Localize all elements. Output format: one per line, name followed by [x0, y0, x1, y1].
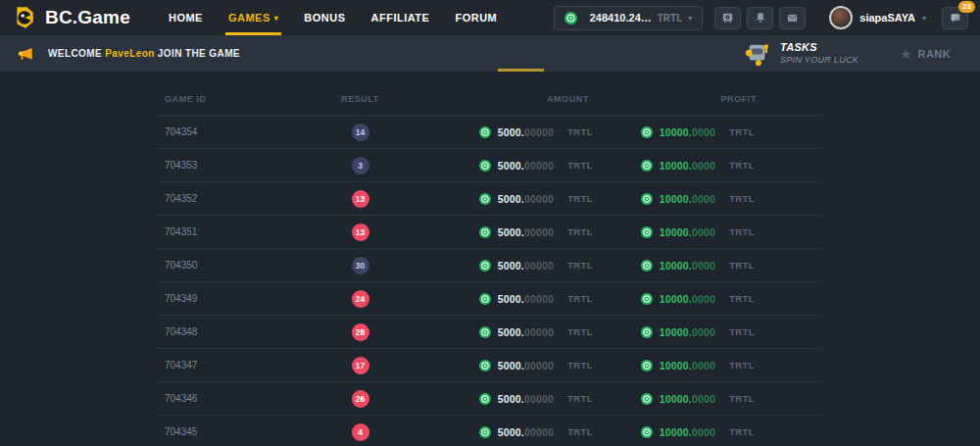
game-id-cell: 704346 — [157, 393, 314, 404]
main-menu: HOME GAMES ▾ BONUS AFFILIATE FORUM — [156, 0, 510, 35]
top-navbar: BC.Game HOME GAMES ▾ BONUS AFFILIATE FOR… — [0, 0, 980, 35]
bcgame-logo-icon — [12, 5, 37, 30]
amount-fraction: 00000 — [524, 193, 554, 205]
coin-icon — [479, 193, 491, 205]
username: siapaSAYA — [859, 12, 915, 24]
profit-fraction: 0000 — [692, 126, 715, 138]
profit-cell: 10000.0000 TRTL — [603, 426, 821, 438]
chat-icon — [949, 12, 962, 25]
profit-fraction: 0000 — [692, 193, 715, 205]
amount-currency: TRTL — [567, 260, 593, 271]
profit-currency: TRTL — [729, 193, 755, 204]
profit-currency: TRTL — [729, 326, 755, 337]
table-body: 704354 14 5000.00000 TRTL 10000.0000 TRT… — [157, 115, 821, 446]
profit-currency: TRTL — [729, 293, 755, 304]
table-header-row: GAME ID RESULT AMOUNT PROFIT — [157, 83, 821, 115]
table-row[interactable]: 704350 30 5000.00000 TRTL 10000.0000 TRT… — [157, 248, 821, 281]
coin-icon — [641, 326, 653, 338]
notifications-button[interactable] — [747, 7, 773, 29]
game-id-cell: 704347 — [157, 360, 314, 371]
nav-affiliate[interactable]: AFFILIATE — [359, 0, 443, 35]
table-row[interactable]: 704353 3 5000.00000 TRTL 10000.0000 TRTL — [157, 148, 821, 181]
nav-games-label: GAMES — [228, 12, 270, 24]
chat-unread-badge: 23 — [958, 1, 975, 13]
table-row[interactable]: 704348 28 5000.00000 TRTL 10000.0000 TRT… — [157, 315, 821, 348]
coin-icon — [641, 360, 653, 372]
table-row[interactable]: 704346 26 5000.00000 TRTL 10000.0000 TRT… — [157, 381, 821, 415]
coin-icon — [479, 126, 491, 138]
nav-home[interactable]: HOME — [156, 0, 216, 35]
result-badge: 14 — [352, 124, 369, 141]
amount-main: 5000. — [498, 360, 524, 372]
table-row[interactable]: 704352 13 5000.00000 TRTL 10000.0000 TRT… — [157, 181, 821, 215]
amount-main: 5000. — [498, 193, 524, 205]
amount-main: 5000. — [498, 226, 524, 238]
profit-currency: TRTL — [729, 393, 755, 404]
amount-fraction: 00000 — [524, 160, 554, 172]
amount-cell: 5000.00000 TRTL — [407, 193, 603, 205]
bets-table: GAME ID RESULT AMOUNT PROFIT 704354 14 5… — [157, 83, 821, 446]
tasks-subtitle: SPIN YOUR LUCK — [780, 55, 858, 66]
chat-button[interactable]: 23 — [942, 7, 968, 29]
result-cell: 13 — [314, 223, 407, 241]
amount-fraction: 00000 — [524, 226, 554, 238]
amount-main: 5000. — [498, 160, 524, 172]
profit-cell: 10000.0000 TRTL — [603, 293, 821, 305]
nav-bonus-label: BONUS — [304, 12, 345, 24]
table-row[interactable]: 704347 17 5000.00000 TRTL 10000.0000 TRT… — [157, 348, 821, 381]
result-cell: 3 — [314, 157, 407, 174]
amount-currency: TRTL — [567, 160, 593, 171]
nav-forum[interactable]: FORUM — [442, 0, 510, 35]
amount-cell: 5000.00000 TRTL — [407, 360, 603, 372]
profit-cell: 10000.0000 TRTL — [603, 160, 821, 172]
rank-label: RANK — [918, 48, 951, 60]
coin-icon — [641, 160, 653, 172]
profit-main: 10000. — [660, 260, 692, 272]
result-cell: 4 — [314, 423, 407, 441]
nav-games[interactable]: GAMES ▾ — [216, 0, 291, 35]
profit-cell: 10000.0000 TRTL — [603, 126, 821, 138]
result-badge: 13 — [352, 223, 369, 241]
profit-fraction: 0000 — [692, 326, 715, 338]
nav-forum-label: FORUM — [455, 12, 497, 24]
result-badge: 24 — [352, 290, 369, 308]
profit-main: 10000. — [660, 393, 692, 405]
messages-button[interactable] — [779, 7, 806, 29]
coin-icon — [479, 326, 491, 338]
result-cell: 13 — [314, 190, 407, 208]
amount-cell: 5000.00000 TRTL — [407, 426, 603, 438]
tasks-widget[interactable]: TASKS SPIN YOUR LUCK — [743, 41, 858, 67]
amount-currency: TRTL — [567, 126, 593, 137]
amount-cell: 5000.00000 TRTL — [407, 326, 603, 338]
amount-cell: 5000.00000 TRTL — [407, 126, 603, 138]
avatar — [829, 6, 853, 29]
amount-main: 5000. — [498, 293, 524, 305]
result-cell: 26 — [314, 390, 407, 408]
amount-currency: TRTL — [567, 393, 593, 404]
amount-fraction: 00000 — [524, 293, 554, 305]
balance-amount: 248410.24… — [590, 12, 652, 24]
profit-currency: TRTL — [729, 126, 755, 137]
table-row[interactable]: 704354 14 5000.00000 TRTL 10000.0000 TRT… — [157, 115, 821, 148]
amount-currency: TRTL — [567, 360, 593, 371]
table-row[interactable]: 704345 4 5000.00000 TRTL 10000.0000 TRTL — [157, 415, 821, 446]
result-cell: 30 — [314, 257, 407, 274]
game-id-cell: 704350 — [157, 260, 314, 271]
nav-bonus[interactable]: BONUS — [291, 0, 358, 35]
coin-icon — [479, 260, 491, 272]
rank-widget[interactable]: ★ RANK — [900, 47, 951, 61]
brand[interactable]: BC.Game — [12, 5, 130, 30]
vault-button[interactable] — [714, 7, 741, 29]
mail-icon — [785, 12, 800, 25]
player-name[interactable]: PaveLeon — [105, 48, 154, 59]
result-badge: 17 — [352, 357, 369, 374]
coin-icon — [641, 260, 653, 272]
table-row[interactable]: 704349 24 5000.00000 TRTL 10000.0000 TRT… — [157, 281, 821, 315]
main-content: GAME ID RESULT AMOUNT PROFIT 704354 14 5… — [0, 83, 980, 446]
megaphone-icon — [16, 45, 35, 63]
table-row[interactable]: 704351 13 5000.00000 TRTL 10000.0000 TRT… — [157, 215, 821, 248]
profit-currency: TRTL — [729, 160, 755, 171]
result-cell: 28 — [314, 323, 407, 341]
balance-selector[interactable]: 248410.24… TRTL ▾ — [554, 6, 704, 30]
user-menu[interactable]: siapaSAYA ▾ — [829, 6, 926, 29]
